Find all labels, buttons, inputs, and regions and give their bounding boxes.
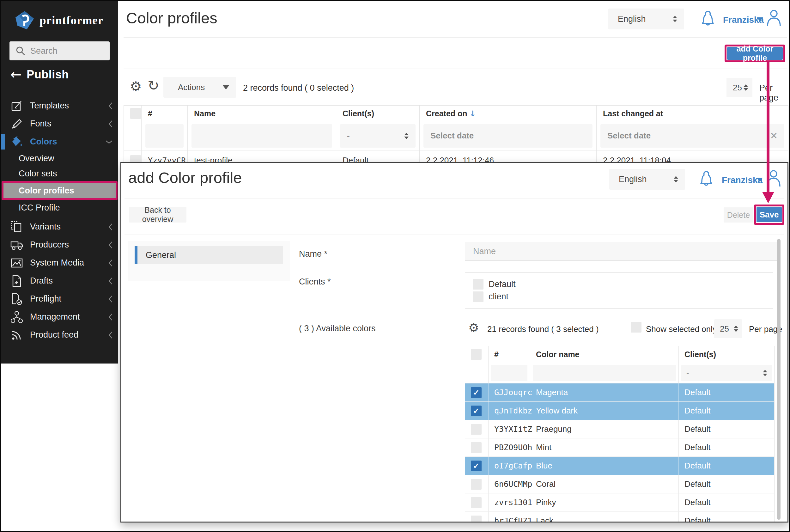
sidebar-item-management[interactable]: Management xyxy=(1,308,118,326)
id-filter-input[interactable] xyxy=(146,124,184,148)
colors-per-page-select[interactable]: 25 xyxy=(714,319,742,338)
sidebar-search[interactable] xyxy=(9,41,110,60)
colors-table-gear-icon[interactable]: ⚙ xyxy=(468,322,479,334)
image-icon xyxy=(11,258,23,268)
sort-desc-icon: ↓ xyxy=(469,109,476,118)
show-selected-only-checkbox[interactable] xyxy=(631,322,641,332)
printformer-logo-icon xyxy=(15,11,35,30)
client-filter-select[interactable]: - xyxy=(340,124,416,148)
sidebar-item-overview[interactable]: Overview xyxy=(1,151,118,166)
sidebar-item-variants[interactable]: Variants xyxy=(1,218,118,236)
sidebar-menu: Templates Fonts Colors Overview Color se xyxy=(1,97,118,344)
client-option-default[interactable]: Default xyxy=(473,279,765,289)
sidebar-item-system-media[interactable]: System Media xyxy=(1,254,118,272)
select-all-checkbox[interactable] xyxy=(130,108,141,119)
row-checkbox[interactable] xyxy=(471,479,482,490)
color-row[interactable]: PBZO9UOhMintDefault xyxy=(465,438,774,457)
annotation-arrow-head-icon xyxy=(762,192,774,203)
sidebar-item-fonts[interactable]: Fonts xyxy=(1,115,118,133)
checkbox[interactable] xyxy=(473,291,483,302)
row-checkbox[interactable]: ✓ xyxy=(471,460,482,471)
select-arrows-icon xyxy=(674,176,678,183)
color-id-filter-input[interactable] xyxy=(491,365,527,381)
color-row[interactable]: zvrs1301PinkyDefault xyxy=(465,493,774,512)
actions-select[interactable]: Actions xyxy=(163,77,236,98)
language-select[interactable]: English xyxy=(608,8,684,30)
per-page-select[interactable]: 25 xyxy=(727,78,752,97)
sidebar: printformer ← Publish Templates xyxy=(1,1,118,363)
color-client-filter-select[interactable]: - xyxy=(681,365,772,381)
select-arrows-icon xyxy=(744,84,748,91)
sidebar-item-producers[interactable]: Producers xyxy=(1,236,118,254)
sidebar-item-color-profiles[interactable]: Color profiles xyxy=(2,181,118,200)
color-id: brJCfUZ1 xyxy=(488,512,530,522)
row-checkbox[interactable]: ✓ xyxy=(471,405,482,416)
color-clients: Default xyxy=(679,402,775,420)
file-check-icon xyxy=(11,293,23,305)
sidebar-item-icc-profile[interactable]: ICC Profile xyxy=(1,200,118,215)
color-row[interactable]: ✓qJnTdkbzYellow darkDefault xyxy=(465,402,774,420)
records-found-text: 2 records found ( 0 selected ) xyxy=(243,83,354,93)
user-menu-caret-icon[interactable] xyxy=(756,178,763,182)
sidebar-item-templates[interactable]: Templates xyxy=(1,97,118,115)
notifications-bell-icon[interactable] xyxy=(699,170,714,188)
color-name: Blue xyxy=(530,457,679,475)
row-checkbox[interactable] xyxy=(471,424,482,435)
sidebar-item-colors[interactable]: Colors xyxy=(1,133,118,151)
user-avatar-icon[interactable] xyxy=(766,8,782,27)
created-date-filter[interactable]: Select date xyxy=(423,124,593,148)
client-option-client[interactable]: client xyxy=(473,291,765,302)
search-input[interactable] xyxy=(30,46,100,56)
org-chart-icon xyxy=(11,311,23,323)
changed-date-filter[interactable]: Select date× xyxy=(600,124,784,148)
sidebar-item-color-sets[interactable]: Color sets xyxy=(1,166,118,181)
sidebar-item-preflight[interactable]: Preflight xyxy=(1,290,118,308)
select-arrows-icon xyxy=(734,326,738,332)
back-arrow-icon: ← xyxy=(11,68,21,81)
color-id: qJnTdkbz xyxy=(488,402,530,420)
row-checkbox[interactable] xyxy=(471,442,482,453)
color-row[interactable]: 6n6UCMMpCoralDefault xyxy=(465,475,774,493)
name-field-label: Name * xyxy=(299,249,327,259)
color-name: Mint xyxy=(530,438,679,456)
back-to-publish[interactable]: ← Publish xyxy=(11,68,69,81)
search-icon xyxy=(15,45,26,56)
add-color-profile-button[interactable]: add Color profile xyxy=(727,47,783,60)
chevron-left-icon xyxy=(108,259,113,267)
row-checkbox[interactable]: ✓ xyxy=(471,387,482,398)
available-colors-label: ( 3 ) Available colors xyxy=(299,324,376,334)
name-filter-input[interactable] xyxy=(192,124,332,148)
clients-field-label: Clients * xyxy=(299,277,331,287)
available-colors-table: # Color name Client(s) - ✓GJJouqrcMagent… xyxy=(465,346,774,522)
overlay-scrollbar[interactable] xyxy=(777,239,781,520)
color-row[interactable]: ✓GJJouqrcMagentaDefault xyxy=(465,383,774,402)
back-to-overview-button[interactable]: Back to overview xyxy=(129,207,187,223)
row-checkbox[interactable] xyxy=(471,497,482,508)
sidebar-item-product-feed[interactable]: Product feed xyxy=(1,326,118,344)
refresh-icon[interactable]: ↻ xyxy=(148,79,159,93)
variants-icon xyxy=(11,221,23,233)
name-input[interactable] xyxy=(465,242,777,261)
user-menu-caret-icon[interactable] xyxy=(757,17,763,21)
select-all-checkbox[interactable] xyxy=(471,349,482,360)
checkbox[interactable] xyxy=(473,279,483,289)
active-section-indicator xyxy=(1,134,5,150)
page-title: Color profiles xyxy=(126,9,217,27)
overlay-tabs: General xyxy=(128,241,290,281)
color-row[interactable]: brJCfUZ1LackDefault xyxy=(465,512,774,522)
notifications-bell-icon[interactable] xyxy=(700,10,715,27)
color-name-filter-input[interactable] xyxy=(533,365,676,381)
table-settings-gear-icon[interactable]: ⚙ xyxy=(130,80,142,93)
logo[interactable]: printformer xyxy=(15,11,103,30)
color-row[interactable]: Y3YXIitZPraegungDefault xyxy=(465,420,774,438)
color-row[interactable]: ✓oI7gCafpBlueDefault xyxy=(465,457,774,475)
delete-button[interactable]: Delete xyxy=(724,207,753,223)
logo-text: printformer xyxy=(39,14,103,27)
sidebar-item-drafts[interactable]: Drafts xyxy=(1,272,118,290)
row-checkbox[interactable] xyxy=(471,516,482,523)
fonts-icon xyxy=(11,118,23,130)
publish-label: Publish xyxy=(26,68,69,81)
tab-general[interactable]: General xyxy=(135,246,283,264)
clear-filter-icon[interactable]: × xyxy=(770,129,777,142)
language-select[interactable]: English xyxy=(609,169,685,190)
